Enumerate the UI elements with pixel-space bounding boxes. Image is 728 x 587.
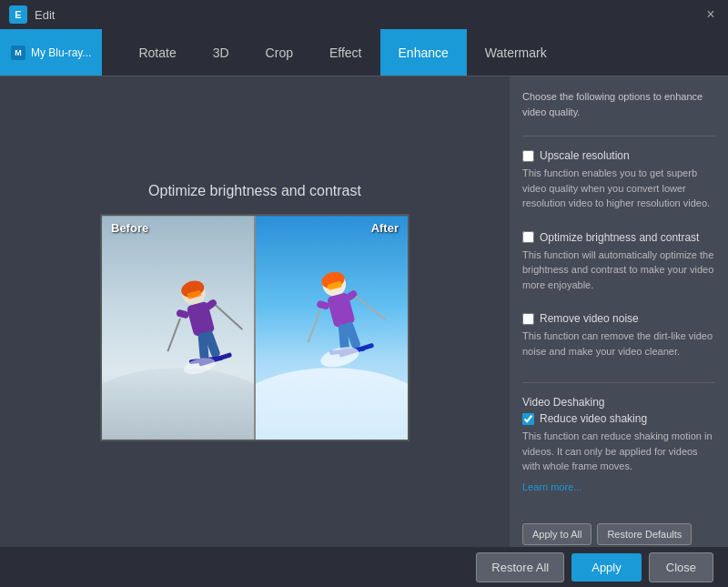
preview-after: After: [256, 216, 408, 440]
preview-panel: Optimize brightness and contrast Before: [0, 76, 510, 547]
reduce-shaking-label: Reduce video shaking: [540, 412, 647, 425]
noise-checkbox-label[interactable]: Remove video noise: [522, 312, 715, 325]
option-brightness: Optimize brightness and contrast This fu…: [522, 231, 715, 300]
reduce-shaking-checkbox-label[interactable]: Reduce video shaking: [522, 412, 715, 425]
apply-button[interactable]: Apply: [571, 553, 642, 582]
noise-checkbox[interactable]: [522, 313, 534, 325]
upscale-checkbox[interactable]: [522, 150, 534, 162]
brightness-checkbox-label[interactable]: Optimize brightness and contrast: [522, 231, 715, 244]
upscale-checkbox-label[interactable]: Upscale resolution: [522, 149, 715, 162]
panel-header-desc: Choose the following options to enhance …: [522, 89, 715, 119]
after-label: After: [371, 221, 399, 235]
svg-point-1: [102, 368, 254, 440]
brightness-checkbox[interactable]: [522, 231, 534, 243]
reduce-shaking-desc: This function can reduce shaking motion …: [522, 429, 715, 474]
option-noise: Remove video noise This function can rem…: [522, 312, 715, 366]
after-scene: [256, 216, 408, 440]
option-deshaking: Video Deshaking Reduce video shaking Thi…: [522, 396, 715, 492]
file-tab[interactable]: M My Blu-ray...: [0, 29, 102, 76]
app-icon: E: [9, 5, 27, 24]
reduce-shaking-checkbox[interactable]: [522, 413, 534, 425]
svg-point-16: [256, 368, 408, 440]
restore-defaults-button[interactable]: Restore Defaults: [597, 523, 692, 545]
divider-1: [522, 136, 715, 137]
title-bar-left: E Edit: [9, 5, 55, 24]
noise-label: Remove video noise: [540, 312, 639, 325]
nav-tabs: Rotate 3D Crop Effect Enhance Watermark: [120, 29, 564, 76]
tab-enhance[interactable]: Enhance: [380, 29, 467, 76]
edit-window: E Edit × M My Blu-ray... Rotate 3D Crop …: [0, 0, 728, 587]
file-tab-icon: M: [11, 46, 25, 60]
restore-all-button[interactable]: Restore All: [476, 552, 564, 582]
option-upscale: Upscale resolution This function enables…: [522, 149, 715, 218]
upscale-desc: This function enables you to get superb …: [522, 166, 715, 211]
tab-rotate[interactable]: Rotate: [120, 29, 194, 76]
noise-desc: This function can remove the dirt-like v…: [522, 329, 715, 359]
apply-restore-row: Apply to All Restore Defaults: [522, 514, 715, 545]
preview-before: Before: [102, 216, 254, 440]
preview-title: Optimize brightness and contrast: [148, 183, 361, 199]
tab-effect[interactable]: Effect: [311, 29, 380, 76]
bottom-bar: Restore All Apply Close: [0, 547, 728, 587]
right-panel: Choose the following options to enhance …: [510, 76, 728, 547]
brightness-desc: This function will automatically optimiz…: [522, 248, 715, 293]
apply-to-all-button[interactable]: Apply to All: [522, 523, 592, 545]
divider-2: [522, 382, 715, 383]
preview-images: Before: [100, 214, 410, 441]
before-label: Before: [111, 221, 148, 235]
tab-bar: M My Blu-ray... Rotate 3D Crop Effect En…: [0, 29, 728, 76]
brightness-label: Optimize brightness and contrast: [540, 231, 699, 244]
learn-more-link[interactable]: Learn more...: [522, 481, 715, 492]
before-scene: [102, 216, 254, 440]
title-bar: E Edit ×: [0, 0, 728, 29]
close-button[interactable]: Close: [649, 552, 713, 582]
window-title: Edit: [35, 8, 55, 22]
window-close-button[interactable]: ×: [703, 6, 719, 23]
tab-crop[interactable]: Crop: [248, 29, 311, 76]
tab-3d[interactable]: 3D: [195, 29, 248, 76]
tab-watermark[interactable]: Watermark: [467, 29, 565, 76]
content-area: Optimize brightness and contrast Before: [0, 76, 728, 547]
deshaking-section-label: Video Deshaking: [522, 396, 715, 409]
upscale-label: Upscale resolution: [540, 149, 630, 162]
file-tab-label: My Blu-ray...: [31, 46, 91, 59]
